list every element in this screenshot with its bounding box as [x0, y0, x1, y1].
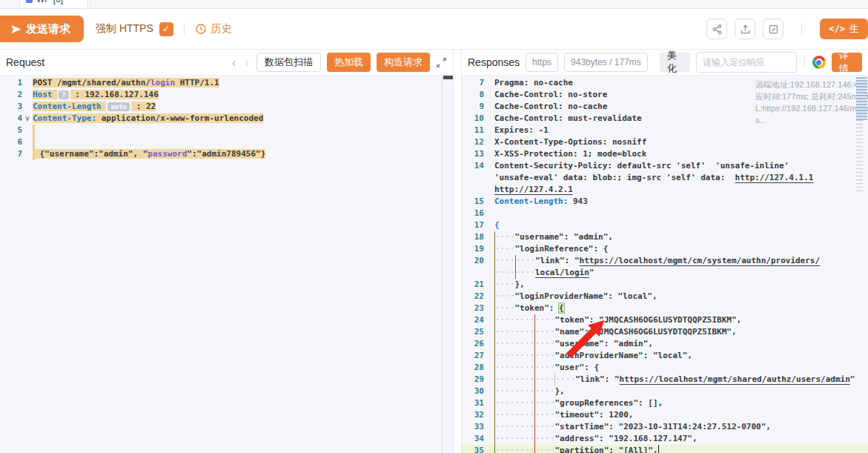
generate-code-label: 生	[849, 22, 859, 36]
code-line: 6	[0, 136, 453, 148]
code-line: 28············"user": {	[462, 362, 868, 374]
timing-info-line: 应时间:177ms; 总耗时:245ms; UR	[755, 90, 852, 102]
responses-title: Responses	[468, 56, 520, 68]
code-line: 3Content-Length auto : 22	[0, 101, 453, 113]
request-editor[interactable]: 1POST /mgmt/shared/authn/login HTTP/1.12…	[0, 76, 453, 453]
toolbar-right-divider	[801, 23, 802, 35]
code-line: 15Content-Length: 943	[462, 196, 868, 208]
share-button[interactable]	[706, 19, 727, 39]
response-panel-header: Responses https 943bytes / 177ms 美化 详情	[462, 50, 868, 76]
code-line: 27············"authProviderName": "local…	[462, 350, 868, 362]
export-button[interactable]	[735, 19, 755, 39]
search-icon	[796, 58, 797, 67]
prev-request-button[interactable]: ‹	[231, 56, 238, 69]
response-panel: Responses https 943bytes / 177ms 美化 详情 远…	[461, 50, 868, 453]
packet-scan-button[interactable]: 数据包扫描	[256, 53, 321, 72]
request-panel: Request ‹ › 数据包扫描 热加载 构造请求 1POST /mgmt/s…	[0, 50, 454, 453]
share-icon	[712, 24, 723, 35]
history-label: 历史	[211, 22, 232, 36]
next-request-button[interactable]: ›	[243, 56, 251, 69]
toolbar: 发送请求 强制 HTTPS ✓ 历史 </> 生	[0, 9, 868, 50]
code-line: 12X-Content-Type-Options: nosniff	[462, 136, 868, 148]
export-icon	[740, 24, 751, 35]
collapse-chevron-icon[interactable]: ∨	[22, 113, 33, 125]
response-timing-info: 远端地址:192.168.127.146:443; 响应时间:177ms; 总耗…	[755, 79, 852, 126]
code-line: 11Expires: -1	[462, 125, 868, 136]
send-request-label: 发送请求	[26, 22, 70, 36]
force-https-label: 强制 HTTPS	[96, 22, 153, 36]
beautify-button[interactable]: 美化	[660, 53, 690, 72]
search-button[interactable]	[796, 53, 797, 72]
note-button[interactable]	[763, 19, 783, 39]
code-line: 18····"username": "admin",	[462, 231, 868, 243]
code-line: 33············"startTime": "2023-10-31T1…	[462, 421, 868, 433]
code-line: 32············"timeout": 1200,	[462, 409, 868, 421]
protocol-badge: https	[526, 53, 558, 72]
history-button[interactable]: 历史	[195, 22, 232, 36]
code-line: 21····},	[462, 279, 868, 291]
timing-info-line: 远端地址:192.168.127.146:443; 响	[755, 79, 852, 90]
document-icon	[26, 0, 33, 3]
code-line: ········local/login"	[462, 267, 868, 279]
tab-bar: WF-[6]	[0, 0, 868, 9]
code-line: 35············"partition": "[All]",	[462, 445, 868, 453]
generate-code-button[interactable]: </> 生	[820, 19, 868, 39]
expand-icon[interactable]	[436, 57, 447, 68]
code-line: 31············"groupReferences": [],	[462, 397, 868, 409]
request-title: Request	[6, 56, 44, 68]
tab-divider	[87, 0, 88, 7]
code-line: 23····"token": {	[462, 302, 868, 314]
code-line: 7 {"username":"admin", "password":"admin…	[0, 148, 453, 160]
code-line: 13X-XSS-Protection: 1; mode=block	[462, 148, 868, 160]
request-panel-header: Request ‹ › 数据包扫描 热加载 构造请求	[0, 50, 453, 76]
main-split: Request ‹ › 数据包扫描 热加载 构造请求 1POST /mgmt/s…	[0, 50, 868, 453]
chrome-icon[interactable]	[812, 56, 826, 69]
hot-reload-button[interactable]: 热加载	[327, 53, 371, 72]
code-line: 17{	[462, 219, 868, 231]
details-button[interactable]: 详情	[832, 53, 862, 72]
request-scrollbar[interactable]	[442, 76, 453, 453]
text-cursor	[658, 445, 660, 453]
code-line: http://127.4.2.1	[462, 184, 868, 196]
minimap-lines	[856, 120, 863, 191]
code-line: 24············"token": "JMQCASH6OG6LUSYD…	[462, 314, 868, 326]
http-tool-window: WF-[6] 发送请求 强制 HTTPS ✓ 历史	[0, 0, 868, 453]
paper-plane-icon	[10, 24, 21, 35]
tab-wf[interactable]: WF-[6]	[19, 0, 90, 9]
panel-splitter[interactable]	[454, 50, 461, 453]
toolbar-divider	[184, 23, 185, 35]
toolbar-right-group: </> 生	[706, 19, 868, 39]
code-line: 5	[0, 125, 453, 136]
code-line: 4∨Content-Type: application/x-www-form-u…	[0, 113, 453, 125]
code-line: 25············"name": "JMQCASH6OG6LUSYDT…	[462, 326, 868, 338]
response-editor[interactable]: 远端地址:192.168.127.146:443; 响应时间:177ms; 总耗…	[462, 76, 868, 453]
response-search	[696, 52, 797, 73]
code-line: 16	[462, 208, 868, 219]
request-scrollbar-thumb[interactable]	[443, 76, 453, 79]
size-time-badge: 943bytes / 177ms	[564, 53, 648, 72]
timing-info-line: s...	[755, 114, 852, 126]
response-search-input[interactable]	[697, 53, 796, 71]
minimap-viewport	[856, 77, 867, 120]
code-line: 2Host ? : 192.168.127.146	[0, 89, 453, 101]
code-line: 19····"loginReference": {	[462, 243, 868, 255]
code-line: 'unsafe-eval' data: blob:; img-src 'self…	[462, 172, 868, 184]
code-line: 1POST /mgmt/shared/authn/login HTTP/1.1	[0, 77, 453, 89]
tab-title: WF-[6]	[36, 0, 63, 4]
code-line: 30············},	[462, 386, 868, 397]
code-line: 20········"link": "https://localhost/mgm…	[462, 255, 868, 267]
timing-info-line: L:https://192.168.127.146/mgmt/	[755, 102, 852, 114]
clock-icon	[195, 23, 207, 35]
force-https-checkbox[interactable]: ✓	[159, 22, 173, 36]
code-line: 26············"userName": "admin",	[462, 338, 868, 350]
code-line: 22····"loginProviderName": "local",	[462, 291, 868, 302]
minimap[interactable]	[856, 77, 867, 255]
code-line: 34············"address": "192.168.127.14…	[462, 433, 868, 445]
code-line: 29················"link": "https://local…	[462, 374, 868, 386]
force-https-group: 强制 HTTPS ✓	[96, 22, 173, 36]
code-icon: </>	[829, 24, 845, 34]
construct-request-button[interactable]: 构造请求	[377, 53, 430, 72]
code-line: 14Content-Security-Policy: default-src '…	[462, 160, 868, 172]
response-header-divider	[804, 56, 805, 68]
send-request-button[interactable]: 发送请求	[0, 16, 84, 42]
